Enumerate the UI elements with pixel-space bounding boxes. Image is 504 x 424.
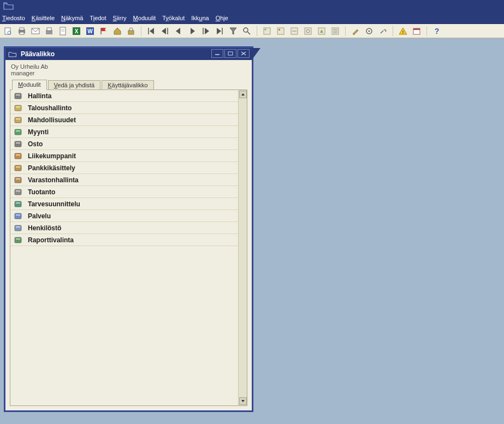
close-button[interactable] xyxy=(238,49,250,58)
svg-text:?: ? xyxy=(435,27,440,35)
finance-icon xyxy=(14,104,22,112)
svg-rect-29 xyxy=(264,28,270,34)
module-label: Tuotanto xyxy=(28,188,55,196)
module-taloushallinto[interactable]: Taloushallinto xyxy=(10,102,238,114)
settings-icon[interactable] xyxy=(364,26,374,36)
module-tuotanto[interactable]: Tuotanto xyxy=(10,186,238,198)
svg-rect-81 xyxy=(15,201,21,207)
menu-ohje[interactable]: Ohje xyxy=(216,15,228,21)
form-b-icon[interactable] xyxy=(276,26,286,36)
lock-icon[interactable] xyxy=(126,26,136,36)
svg-rect-51 xyxy=(228,52,233,55)
tab-vedä-ja-yhdistä[interactable]: Vedä ja yhdistä xyxy=(48,80,101,90)
module-pankkikäsittely[interactable]: Pankkikäsittely xyxy=(10,162,238,174)
svg-text:!: ! xyxy=(402,29,404,35)
module-label: Henkilöstö xyxy=(28,224,61,232)
help-icon[interactable]: ? xyxy=(432,26,442,36)
svg-rect-86 xyxy=(16,214,20,216)
svg-rect-92 xyxy=(16,238,20,240)
module-label: Myynti xyxy=(28,128,49,136)
svg-marker-21 xyxy=(176,28,180,34)
calendar-icon[interactable] xyxy=(412,26,422,36)
app-folder-icon xyxy=(3,2,14,10)
module-mahdollisuudet[interactable]: Mahdollisuudet xyxy=(10,114,238,126)
module-raporttivalinta[interactable]: Raporttivalinta xyxy=(10,234,238,246)
svg-rect-90 xyxy=(15,237,21,243)
excel-icon[interactable]: X xyxy=(72,26,81,36)
svg-rect-83 xyxy=(16,202,20,204)
svg-rect-54 xyxy=(15,93,21,99)
vertical-scrollbar[interactable] xyxy=(238,90,247,405)
module-varastonhallinta[interactable]: Varastonhallinta xyxy=(10,174,238,186)
window-body: Oy Urheilu Ab manager ModuulitVedä ja yh… xyxy=(5,60,252,410)
tab-moduulit[interactable]: Moduulit xyxy=(12,80,47,90)
document-icon[interactable] xyxy=(58,26,68,36)
module-label: Mahdollisuudet xyxy=(28,116,76,124)
svg-rect-84 xyxy=(15,213,21,219)
scroll-up-button[interactable] xyxy=(239,91,247,98)
flag-icon[interactable] xyxy=(99,26,109,36)
mrp-icon xyxy=(14,200,22,208)
menu-ikkuna[interactable]: Ikkuna xyxy=(191,15,209,21)
module-tarvesuunnittelu[interactable]: Tarvesuunnittelu xyxy=(10,198,238,210)
menu-tiedosto[interactable]: Tiedosto xyxy=(2,15,25,21)
module-hallinta[interactable]: Hallinta xyxy=(10,90,238,102)
svg-rect-60 xyxy=(15,117,21,123)
fax-icon[interactable] xyxy=(44,26,54,36)
filter-icon[interactable] xyxy=(228,26,238,36)
svg-rect-59 xyxy=(16,106,20,108)
prev-icon[interactable] xyxy=(174,26,183,36)
form-e-icon[interactable] xyxy=(317,26,327,36)
window-titlebar[interactable]: Päävalikko xyxy=(5,48,252,60)
prev-record-icon[interactable] xyxy=(160,26,170,36)
svg-marker-93 xyxy=(241,93,245,95)
svg-rect-7 xyxy=(47,28,51,31)
menu-moduulit[interactable]: Moduulit xyxy=(133,15,156,21)
home-icon[interactable] xyxy=(112,26,122,36)
last-icon[interactable] xyxy=(215,26,224,36)
minimize-button[interactable] xyxy=(211,49,223,58)
find-icon[interactable] xyxy=(242,26,252,36)
module-henkilöstö[interactable]: Henkilöstö xyxy=(10,222,238,234)
form-d-icon[interactable] xyxy=(303,26,313,36)
module-label: Tarvesuunnittelu xyxy=(28,200,80,208)
svg-rect-62 xyxy=(16,118,20,120)
menu-työkalut[interactable]: Työkalut xyxy=(162,15,185,21)
svg-marker-22 xyxy=(191,28,195,34)
app-header xyxy=(0,0,504,12)
svg-rect-56 xyxy=(16,94,20,95)
next-icon[interactable] xyxy=(187,26,197,36)
svg-point-27 xyxy=(244,28,248,32)
tabs: ModuulitVedä ja yhdistäKäyttäjävalikko xyxy=(12,79,248,89)
form-a-icon[interactable] xyxy=(262,26,272,36)
form-c-icon[interactable] xyxy=(289,26,299,36)
svg-rect-3 xyxy=(20,28,24,30)
module-palvelu[interactable]: Palvelu xyxy=(10,210,238,222)
edit-icon[interactable] xyxy=(351,26,360,36)
module-myynti[interactable]: Myynti xyxy=(10,126,238,138)
tab-käyttäjävalikko[interactable]: Käyttäjävalikko xyxy=(102,80,153,90)
menu-näkymä[interactable]: Näkymä xyxy=(61,15,83,21)
scroll-down-button[interactable] xyxy=(239,397,247,405)
module-osto[interactable]: Osto xyxy=(10,138,238,150)
maximize-button[interactable] xyxy=(224,49,236,58)
form-f-icon[interactable] xyxy=(330,26,340,36)
next-record-icon[interactable] xyxy=(201,26,211,36)
menubar: TiedostoKäsitteleNäkymäTiedotSiirryModuu… xyxy=(0,12,504,24)
service-icon xyxy=(14,212,22,220)
first-icon[interactable] xyxy=(146,26,156,36)
email-icon[interactable] xyxy=(31,26,40,36)
toolbar-separator xyxy=(257,26,257,36)
reports-icon xyxy=(14,236,22,244)
menu-siirry[interactable]: Siirry xyxy=(113,15,127,21)
preview-icon[interactable] xyxy=(3,26,13,36)
menu-käsittele[interactable]: Käsittele xyxy=(32,15,55,21)
print-icon[interactable] xyxy=(17,26,27,36)
tools-icon[interactable] xyxy=(378,26,388,36)
module-liikekumppanit[interactable]: Liikekumppanit xyxy=(10,150,238,162)
menu-tiedot[interactable]: Tiedot xyxy=(90,15,106,21)
warning-icon[interactable]: ! xyxy=(398,26,408,36)
word-icon[interactable]: W xyxy=(85,26,95,36)
module-label: Raporttivalinta xyxy=(28,236,74,244)
svg-marker-18 xyxy=(150,28,154,34)
